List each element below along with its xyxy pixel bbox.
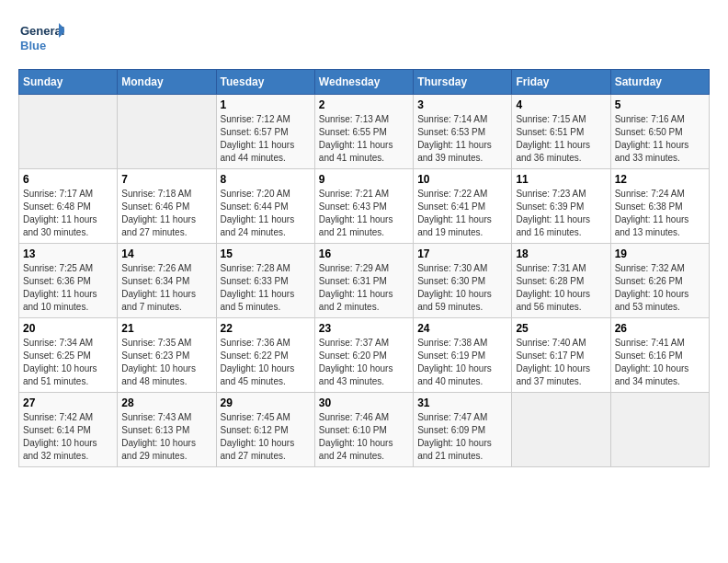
calendar-cell: 31Sunrise: 7:47 AMSunset: 6:09 PMDayligh… [414, 393, 512, 467]
day-number: 2 [319, 98, 409, 111]
svg-text:Blue: Blue [20, 39, 46, 52]
calendar-cell: 20Sunrise: 7:34 AMSunset: 6:25 PMDayligh… [19, 318, 118, 393]
calendar-cell: 7Sunrise: 7:18 AMSunset: 6:46 PMDaylight… [118, 169, 216, 244]
calendar-cell: 6Sunrise: 7:17 AMSunset: 6:48 PMDaylight… [19, 169, 118, 244]
calendar-cell: 26Sunrise: 7:41 AMSunset: 6:16 PMDayligh… [610, 318, 709, 393]
day-number: 14 [121, 247, 211, 260]
day-info: Sunrise: 7:37 AMSunset: 6:20 PMDaylight:… [319, 337, 409, 388]
day-number: 27 [23, 396, 113, 409]
day-number: 29 [221, 396, 311, 409]
weekday-header-row: SundayMondayTuesdayWednesdayThursdayFrid… [19, 70, 710, 95]
day-info: Sunrise: 7:35 AMSunset: 6:23 PMDaylight:… [121, 337, 211, 388]
calendar-cell: 1Sunrise: 7:12 AMSunset: 6:57 PMDaylight… [216, 95, 314, 169]
day-info: Sunrise: 7:16 AMSunset: 6:50 PMDaylight:… [615, 113, 705, 165]
day-info: Sunrise: 7:23 AMSunset: 6:39 PMDaylight:… [516, 188, 606, 239]
day-info: Sunrise: 7:31 AMSunset: 6:28 PMDaylight:… [516, 262, 606, 314]
page-header: General Blue [18, 18, 710, 60]
logo: General Blue [18, 18, 64, 60]
day-info: Sunrise: 7:26 AMSunset: 6:34 PMDaylight:… [121, 262, 211, 314]
day-info: Sunrise: 7:22 AMSunset: 6:41 PMDaylight:… [417, 188, 507, 239]
day-info: Sunrise: 7:29 AMSunset: 6:31 PMDaylight:… [319, 262, 409, 314]
day-number: 10 [417, 173, 507, 186]
calendar-cell: 12Sunrise: 7:24 AMSunset: 6:38 PMDayligh… [610, 169, 709, 244]
day-info: Sunrise: 7:47 AMSunset: 6:09 PMDaylight:… [417, 411, 507, 463]
calendar-cell: 18Sunrise: 7:31 AMSunset: 6:28 PMDayligh… [512, 244, 610, 318]
calendar-cell: 15Sunrise: 7:28 AMSunset: 6:33 PMDayligh… [216, 244, 314, 318]
day-info: Sunrise: 7:24 AMSunset: 6:38 PMDaylight:… [615, 188, 705, 239]
calendar-cell [512, 393, 610, 467]
calendar-cell: 28Sunrise: 7:43 AMSunset: 6:13 PMDayligh… [118, 393, 216, 467]
day-number: 3 [417, 98, 507, 111]
calendar-week-row: 27Sunrise: 7:42 AMSunset: 6:14 PMDayligh… [19, 393, 710, 467]
day-info: Sunrise: 7:28 AMSunset: 6:33 PMDaylight:… [221, 262, 311, 314]
calendar-cell: 27Sunrise: 7:42 AMSunset: 6:14 PMDayligh… [19, 393, 118, 467]
weekday-header: Wednesday [314, 70, 413, 95]
day-number: 30 [319, 396, 409, 409]
day-info: Sunrise: 7:41 AMSunset: 6:16 PMDaylight:… [615, 337, 705, 388]
day-info: Sunrise: 7:42 AMSunset: 6:14 PMDaylight:… [23, 411, 113, 463]
calendar-cell [19, 95, 118, 169]
day-number: 25 [516, 322, 606, 335]
day-number: 1 [221, 98, 311, 111]
day-number: 18 [516, 247, 606, 260]
calendar-cell [118, 95, 216, 169]
day-number: 17 [417, 247, 507, 260]
calendar-cell: 21Sunrise: 7:35 AMSunset: 6:23 PMDayligh… [118, 318, 216, 393]
day-number: 26 [615, 322, 705, 335]
calendar-cell: 24Sunrise: 7:38 AMSunset: 6:19 PMDayligh… [414, 318, 512, 393]
weekday-header: Tuesday [216, 70, 314, 95]
day-info: Sunrise: 7:43 AMSunset: 6:13 PMDaylight:… [121, 411, 211, 463]
day-number: 7 [121, 173, 211, 186]
calendar-cell: 30Sunrise: 7:46 AMSunset: 6:10 PMDayligh… [314, 393, 413, 467]
calendar-week-row: 6Sunrise: 7:17 AMSunset: 6:48 PMDaylight… [19, 169, 710, 244]
day-info: Sunrise: 7:12 AMSunset: 6:57 PMDaylight:… [221, 113, 311, 165]
weekday-header: Saturday [610, 70, 709, 95]
day-number: 11 [516, 173, 606, 186]
day-number: 19 [615, 247, 705, 260]
calendar-cell: 29Sunrise: 7:45 AMSunset: 6:12 PMDayligh… [216, 393, 314, 467]
day-number: 5 [615, 98, 705, 111]
day-info: Sunrise: 7:21 AMSunset: 6:43 PMDaylight:… [319, 188, 409, 239]
day-number: 6 [23, 173, 113, 186]
day-info: Sunrise: 7:18 AMSunset: 6:46 PMDaylight:… [121, 188, 211, 239]
weekday-header: Sunday [19, 70, 118, 95]
day-info: Sunrise: 7:30 AMSunset: 6:30 PMDaylight:… [417, 262, 507, 314]
day-number: 13 [23, 247, 113, 260]
day-number: 28 [121, 396, 211, 409]
calendar-table: SundayMondayTuesdayWednesdayThursdayFrid… [18, 69, 710, 467]
day-info: Sunrise: 7:46 AMSunset: 6:10 PMDaylight:… [319, 411, 409, 463]
calendar-cell: 3Sunrise: 7:14 AMSunset: 6:53 PMDaylight… [414, 95, 512, 169]
calendar-cell: 11Sunrise: 7:23 AMSunset: 6:39 PMDayligh… [512, 169, 610, 244]
calendar-cell: 17Sunrise: 7:30 AMSunset: 6:30 PMDayligh… [414, 244, 512, 318]
day-number: 21 [121, 322, 211, 335]
day-number: 8 [221, 173, 311, 186]
day-number: 15 [221, 247, 311, 260]
day-number: 4 [516, 98, 606, 111]
day-info: Sunrise: 7:25 AMSunset: 6:36 PMDaylight:… [23, 262, 113, 314]
day-info: Sunrise: 7:32 AMSunset: 6:26 PMDaylight:… [615, 262, 705, 314]
calendar-cell: 2Sunrise: 7:13 AMSunset: 6:55 PMDaylight… [314, 95, 413, 169]
calendar-cell [610, 393, 709, 467]
logo-svg: General Blue [18, 18, 64, 60]
weekday-header: Friday [512, 70, 610, 95]
calendar-cell: 5Sunrise: 7:16 AMSunset: 6:50 PMDaylight… [610, 95, 709, 169]
day-info: Sunrise: 7:38 AMSunset: 6:19 PMDaylight:… [417, 337, 507, 388]
day-number: 20 [23, 322, 113, 335]
day-number: 16 [319, 247, 409, 260]
calendar-cell: 22Sunrise: 7:36 AMSunset: 6:22 PMDayligh… [216, 318, 314, 393]
day-number: 9 [319, 173, 409, 186]
calendar-week-row: 1Sunrise: 7:12 AMSunset: 6:57 PMDaylight… [19, 95, 710, 169]
day-number: 12 [615, 173, 705, 186]
day-info: Sunrise: 7:34 AMSunset: 6:25 PMDaylight:… [23, 337, 113, 388]
day-info: Sunrise: 7:20 AMSunset: 6:44 PMDaylight:… [221, 188, 311, 239]
calendar-cell: 19Sunrise: 7:32 AMSunset: 6:26 PMDayligh… [610, 244, 709, 318]
calendar-cell: 9Sunrise: 7:21 AMSunset: 6:43 PMDaylight… [314, 169, 413, 244]
svg-text:General: General [20, 24, 64, 38]
calendar-cell: 25Sunrise: 7:40 AMSunset: 6:17 PMDayligh… [512, 318, 610, 393]
day-info: Sunrise: 7:14 AMSunset: 6:53 PMDaylight:… [417, 113, 507, 165]
day-info: Sunrise: 7:45 AMSunset: 6:12 PMDaylight:… [221, 411, 311, 463]
day-info: Sunrise: 7:15 AMSunset: 6:51 PMDaylight:… [516, 113, 606, 165]
day-number: 31 [417, 396, 507, 409]
calendar-cell: 13Sunrise: 7:25 AMSunset: 6:36 PMDayligh… [19, 244, 118, 318]
calendar-cell: 23Sunrise: 7:37 AMSunset: 6:20 PMDayligh… [314, 318, 413, 393]
